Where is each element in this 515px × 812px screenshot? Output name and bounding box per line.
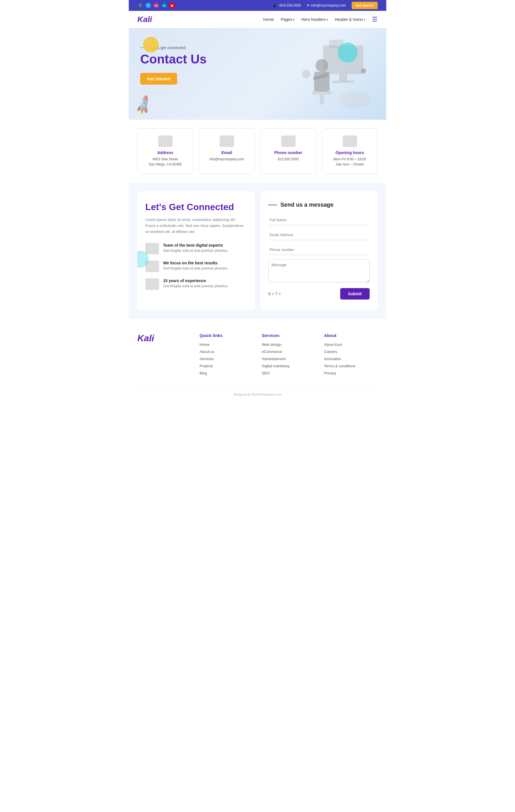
- footer-services-col: Services Web design eCommerce Advertisem…: [262, 333, 316, 378]
- phone-card-icon: [281, 136, 296, 147]
- nav-header-menu[interactable]: Header & menu: [335, 17, 365, 22]
- connect-left-panel: Let's Get Connected Lorem ipsum dolor si…: [137, 191, 255, 310]
- top-bar-right: 📱 +815.555.5555 ✉ info@mycompany.com Get…: [272, 2, 378, 9]
- footer-link-projects[interactable]: Projects: [200, 364, 253, 368]
- footer-bottom: Designed by MarkHendriksen.com: [137, 387, 378, 396]
- address-card-line1: 4953 Vine Street: [142, 156, 188, 162]
- hero-title: Contact Us: [140, 52, 249, 66]
- navigation: Kali Home Pages Hero headers Header & me…: [129, 11, 386, 28]
- copyright-text: Designed by MarkHendriksen.com: [234, 393, 281, 396]
- phone-card-title: Phone number: [265, 150, 311, 155]
- feature-2-content: We focus on the best results Sed fringil…: [163, 261, 228, 270]
- contact-cards: Address 4953 Vine Street San Diego, CA 9…: [129, 120, 386, 183]
- logo[interactable]: Kali: [137, 15, 152, 24]
- svg-point-3: [316, 59, 328, 72]
- feature-3-icon: [145, 279, 159, 290]
- top-email: ✉ info@mycompany.com: [307, 3, 346, 7]
- youtube-icon[interactable]: ▶: [169, 3, 175, 8]
- footer-about-terms[interactable]: Terms & conditions: [324, 364, 378, 368]
- top-get-started-button[interactable]: Get started: [352, 2, 378, 9]
- feature-3-desc: Sed fringilla nulla id ante pulvinar pha…: [163, 284, 228, 288]
- full-name-input[interactable]: [268, 215, 370, 225]
- feature-2: We focus on the best results Sed fringil…: [145, 261, 247, 272]
- top-phone: 📱 +815.555.5555: [272, 3, 301, 7]
- feature-3-title: 15 years of experience: [163, 279, 228, 283]
- feature-1-desc: Sed fringilla nulla id ante pulvinar pha…: [163, 249, 228, 253]
- footer-link-services[interactable]: Services: [200, 357, 253, 361]
- email-card-title: Email: [204, 150, 250, 155]
- footer-service-webdesign[interactable]: Web design: [262, 342, 316, 347]
- nav-home[interactable]: Home: [263, 17, 274, 22]
- svg-rect-2: [332, 81, 354, 83]
- form-header-line: [268, 205, 277, 205]
- social-links: f t in in ▶: [137, 3, 175, 8]
- full-name-group: [268, 215, 370, 225]
- footer: Kali Quick links Home About us Services …: [129, 318, 386, 402]
- email-group: [268, 230, 370, 240]
- phone-input[interactable]: [268, 245, 370, 255]
- email-card-icon: [220, 136, 234, 147]
- top-phone-number: +815.555.5555: [278, 3, 301, 7]
- footer-link-home[interactable]: Home: [200, 342, 253, 347]
- nav-links: Home Pages Hero headers Header & menu ☰: [263, 16, 378, 23]
- facebook-icon[interactable]: f: [137, 3, 143, 8]
- connect-title: Let's Get Connected: [145, 202, 247, 212]
- contact-card-hours: Opening hours Mon–Fri 9:00 – 18:00 Sat–S…: [322, 128, 378, 174]
- footer-logo-col: Kali: [137, 333, 191, 378]
- contact-card-phone: Phone number 815.555.5555: [260, 128, 316, 174]
- feature-1: Team of the best digital experts Sed fri…: [145, 243, 247, 254]
- footer-about-innovation[interactable]: Innovation: [324, 357, 378, 361]
- svg-rect-1: [339, 74, 347, 81]
- footer-grid: Kali Quick links Home About us Services …: [137, 333, 378, 378]
- top-email-address: info@mycompany.com: [311, 3, 346, 7]
- nav-hero-headers[interactable]: Hero headers: [301, 17, 328, 22]
- form-header-title: Send us a message: [280, 202, 334, 208]
- linkedin-icon[interactable]: in: [161, 3, 167, 8]
- footer-about-kavi[interactable]: About Kavi: [324, 342, 378, 347]
- footer-quicklinks-col: Quick links Home About us Services Proje…: [200, 333, 253, 378]
- address-icon: [158, 136, 172, 147]
- footer-link-about[interactable]: About us: [200, 350, 253, 354]
- footer-about-careers[interactable]: Careers: [324, 350, 378, 354]
- email-card-line1: info@mycompany.com: [204, 156, 250, 162]
- hero-get-started-button[interactable]: Get Started: [140, 73, 177, 85]
- footer-service-digitalmarketing[interactable]: Digital marketing: [262, 364, 316, 368]
- address-card-line2: San Diego, CA 92465: [142, 162, 188, 167]
- submit-button[interactable]: Submit: [340, 288, 370, 299]
- address-card-title: Address: [142, 150, 188, 155]
- svg-point-9: [302, 70, 310, 78]
- footer-service-advertisement[interactable]: Advertisement: [262, 357, 316, 361]
- hero-svg: [266, 34, 375, 114]
- phone-group: [268, 245, 370, 255]
- captcha-text: 6 + 7 =: [268, 292, 281, 296]
- nav-pages[interactable]: Pages: [281, 17, 294, 22]
- twitter-icon[interactable]: t: [145, 3, 151, 8]
- email-input[interactable]: [268, 230, 370, 240]
- phone-icon: 📱: [272, 3, 277, 7]
- hero-section: Let's get connected Contact Us Get Start…: [129, 28, 386, 120]
- footer-about-col: About About Kavi Careers Innovation Term…: [324, 333, 378, 378]
- footer-quicklinks-title: Quick links: [200, 333, 253, 338]
- footer-service-seo[interactable]: SEO: [262, 371, 316, 375]
- phone-card-line1: 815.555.5555: [265, 156, 311, 162]
- message-group: [268, 260, 370, 284]
- svg-point-8: [339, 91, 371, 108]
- feature-1-title: Team of the best digital experts: [163, 243, 228, 248]
- instagram-icon[interactable]: in: [153, 3, 159, 8]
- hours-card-line1: Mon–Fri 9:00 – 18:00: [327, 156, 373, 162]
- form-footer: 6 + 7 = Submit: [268, 288, 370, 299]
- message-textarea[interactable]: [268, 260, 370, 282]
- feature-1-icon: [145, 243, 159, 254]
- footer-logo[interactable]: Kali: [137, 333, 191, 344]
- footer-about-title: About: [324, 333, 378, 338]
- hero-small-circle: [361, 68, 366, 74]
- footer-service-ecommerce[interactable]: eCommerce: [262, 350, 316, 354]
- contact-card-address: Address 4953 Vine Street San Diego, CA 9…: [137, 128, 193, 174]
- hamburger-icon[interactable]: ☰: [372, 16, 378, 23]
- hero-illustration: [266, 34, 375, 114]
- rocket-icon: 🚀: [132, 94, 155, 117]
- email-icon: ✉: [307, 3, 309, 7]
- footer-about-privacy[interactable]: Privacy: [324, 371, 378, 375]
- footer-link-blog[interactable]: Blog: [200, 371, 253, 375]
- top-bar: f t in in ▶ 📱 +815.555.5555 ✉ info@mycom…: [129, 0, 386, 11]
